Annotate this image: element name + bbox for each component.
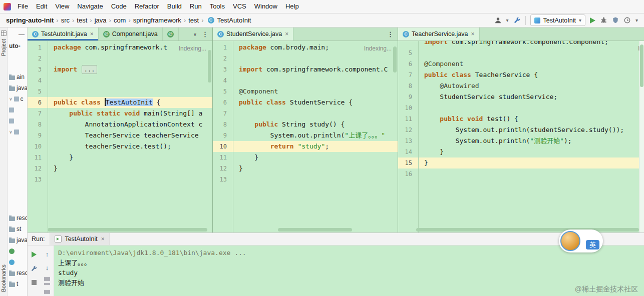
code-line[interactable]: 11 } — [213, 152, 398, 163]
tree-item[interactable]: uto- — [8, 40, 27, 52]
menu-item-code[interactable]: Code — [107, 0, 131, 13]
tabs-dropdown-icon[interactable]: ∨ — [193, 32, 197, 37]
rerun-button[interactable] — [30, 250, 38, 258]
editor-tab[interactable]: CTestAutoInit.java× — [28, 28, 99, 40]
code-line[interactable]: 15} — [398, 158, 644, 168]
menu-item-file[interactable]: File — [14, 0, 32, 13]
menu-item-tools[interactable]: Tools — [206, 0, 229, 13]
code-line[interactable]: 13 — [28, 174, 212, 185]
tree-item[interactable]: ain — [8, 72, 27, 82]
tree-item[interactable]: ∨c — [8, 94, 27, 104]
run-config-selector[interactable]: TestAutoInit ▾ — [530, 14, 585, 26]
code-line[interactable]: 9 StudentService studentService; — [398, 92, 644, 102]
stop-button[interactable] — [30, 278, 38, 286]
code-line[interactable]: 12} — [213, 163, 398, 174]
close-icon[interactable]: × — [101, 236, 105, 242]
code-line[interactable]: 4 — [28, 75, 212, 86]
close-icon[interactable]: × — [471, 30, 475, 38]
scroll-end-icon[interactable] — [43, 290, 51, 296]
tree-item[interactable]: java — [8, 82, 27, 94]
code-line[interactable]: 7 public static void main(String[] a — [28, 108, 212, 119]
code-line[interactable]: 5@Component — [213, 86, 398, 97]
breadcrumb-item[interactable]: test — [76, 16, 88, 24]
tab-options-icon[interactable]: ⋮ — [387, 30, 394, 38]
hide-panel-icon[interactable]: — — [19, 32, 25, 38]
menu-item-refactor[interactable]: Refactor — [131, 0, 163, 13]
bookmarks-tool-button[interactable]: Bookmarks — [1, 264, 7, 292]
build-wrench-icon[interactable] — [513, 16, 521, 24]
debug-bug-icon[interactable] — [600, 16, 607, 24]
more-chevron-icon[interactable]: ▾ — [635, 18, 638, 23]
editor-3[interactable]: import com.springframework.component.Com… — [398, 41, 644, 232]
user-chevron-down-icon[interactable]: ▾ — [506, 18, 509, 23]
menu-item-view[interactable]: View — [51, 0, 73, 13]
code-line[interactable]: 6public class TestAutoInit { — [28, 97, 212, 108]
tree-item[interactable] — [8, 246, 27, 256]
softwrap-icon[interactable] — [43, 278, 51, 284]
code-line[interactable]: 12} — [28, 163, 212, 174]
tree-item[interactable]: java — [8, 234, 27, 246]
vertical-scrollbar[interactable] — [393, 46, 397, 72]
profiler-clock-icon[interactable] — [623, 16, 631, 24]
code-line[interactable]: 8 public String study() { — [213, 119, 398, 130]
code-line[interactable]: 7public class TeacherService { — [398, 70, 644, 80]
breadcrumb-item[interactable]: springframework — [132, 16, 182, 24]
code-line[interactable]: 3import com.springframework.component.C — [213, 64, 398, 75]
code-line[interactable]: 14 } — [398, 146, 644, 158]
code-line[interactable]: 9 System.out.println("上课了。。。" — [213, 130, 398, 141]
horizontal-scrollbar[interactable] — [48, 228, 207, 232]
run-button[interactable] — [590, 18, 595, 24]
code-line[interactable]: 11 } — [28, 152, 212, 163]
code-line[interactable]: 9 TeacherService teacherService — [28, 130, 212, 141]
project-tool-button[interactable]: Project — [1, 39, 7, 56]
editor-tab[interactable]: CStudentService.java× — [213, 28, 293, 40]
code-line[interactable]: 11 public void test() { — [398, 114, 644, 124]
code-line[interactable]: 3import ... — [28, 64, 212, 75]
tree-item[interactable]: ∨ — [8, 126, 27, 138]
breadcrumb-item[interactable]: test — [187, 16, 200, 24]
tree-item[interactable] — [8, 256, 27, 268]
close-icon[interactable]: × — [285, 30, 288, 38]
editor-tab[interactable]: @ — [163, 28, 179, 40]
run-console[interactable]: D:\enviroment\Java\jdk1.8.0_181\bin\java… — [54, 246, 644, 296]
menu-item-vcs[interactable]: VCS — [229, 0, 250, 13]
menu-item-run[interactable]: Run — [186, 0, 206, 13]
breadcrumb-item[interactable]: java — [94, 16, 108, 24]
editor-2[interactable]: 1package com.brody.main;23import com.spr… — [213, 41, 398, 232]
tab-options-icon[interactable]: ⋮ — [202, 30, 208, 38]
editor-tab[interactable]: @Component.java — [99, 28, 163, 40]
code-line[interactable]: 4 — [213, 75, 398, 86]
code-line[interactable]: 8 @Autowired — [398, 80, 644, 92]
code-line[interactable]: 7 — [213, 108, 398, 119]
code-line[interactable]: 5 — [398, 48, 644, 58]
up-arrow-icon[interactable]: ↑ — [43, 250, 51, 258]
vertical-scrollbar[interactable] — [208, 50, 211, 82]
code-line[interactable]: import com.springframework.component.Com… — [398, 41, 644, 48]
code-line[interactable]: 8 AnnotationApplicationContext c — [28, 119, 212, 130]
code-line[interactable]: 6@Component — [398, 58, 644, 70]
menu-item-window[interactable]: Window — [250, 0, 281, 13]
code-line[interactable]: 13 System.out.println("测验开始"); — [398, 136, 644, 146]
code-line[interactable]: 13 — [213, 174, 398, 185]
menu-item-navigate[interactable]: Navigate — [73, 0, 107, 13]
tree-item[interactable]: t — [8, 278, 27, 290]
code-line[interactable]: 10 — [398, 102, 644, 114]
breadcrumb-item[interactable]: spring-auto-init — [5, 16, 55, 24]
tree-item[interactable] — [8, 116, 27, 126]
horizontal-scrollbar[interactable] — [278, 228, 352, 232]
code-line[interactable]: 6public class StudentService { — [213, 97, 398, 108]
code-line[interactable]: 12 System.out.println(studentService.stu… — [398, 124, 644, 136]
menu-item-help[interactable]: Help — [281, 0, 303, 13]
code-line[interactable]: 16 — [398, 168, 644, 180]
code-line[interactable]: 2 — [28, 53, 212, 64]
editor-tab[interactable]: CTeacherService.java× — [398, 28, 480, 40]
close-icon[interactable]: × — [90, 30, 94, 38]
horizontal-scrollbar[interactable] — [416, 228, 639, 232]
code-line[interactable]: 2 — [213, 53, 398, 64]
settings-wrench-icon[interactable] — [30, 264, 38, 272]
menu-item-edit[interactable]: Edit — [32, 0, 51, 13]
tree-item[interactable]: resc — [8, 268, 27, 278]
tree-item[interactable]: resc — [8, 212, 27, 224]
code-line[interactable]: 10 return "study"; — [213, 141, 398, 152]
vertical-scrollbar[interactable] — [640, 44, 643, 87]
